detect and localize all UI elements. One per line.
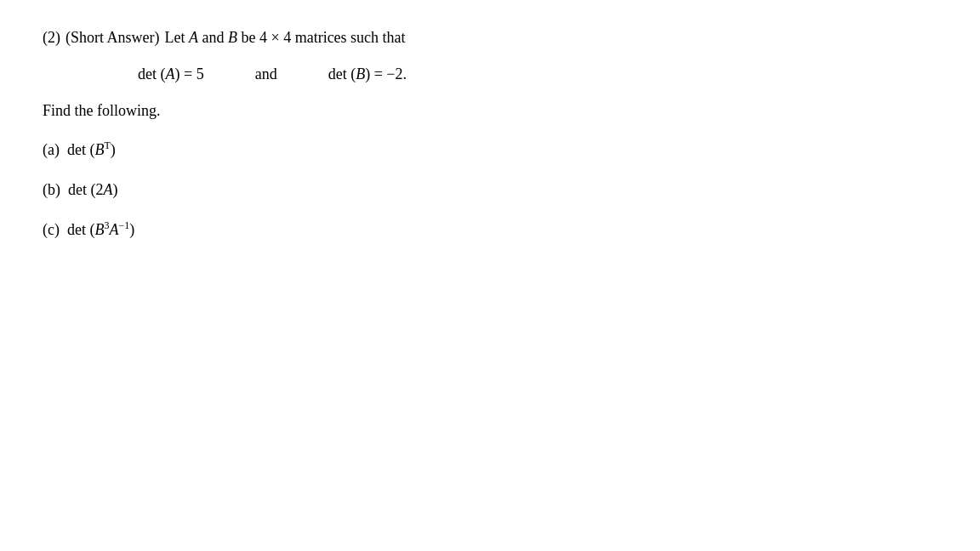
find-label: Find the following. (43, 99, 937, 123)
problem-type: (Short Answer) (66, 26, 160, 50)
part-c: (c) det (B3A−1) (43, 218, 937, 242)
det-a-expression: det (A) = 5 (138, 62, 204, 87)
page-content: (2) (Short Answer) Let A and B be 4 × 4 … (0, 0, 980, 268)
part-a-label: (a) (43, 141, 60, 158)
det-b-expression: det (B) = −2. (328, 62, 407, 87)
determinant-line: det (A) = 5 and det (B) = −2. (94, 62, 451, 87)
problem-header: (2) (Short Answer) Let A and B be 4 × 4 … (43, 26, 937, 50)
part-b-label: (b) (43, 181, 60, 198)
part-c-label: (c) (43, 221, 60, 238)
part-a: (a) det (BT) (43, 138, 937, 162)
problem-intro: Let A and B be 4 × 4 matrices such that (165, 26, 406, 50)
part-b: (b) det (2A) (43, 178, 937, 202)
conjunction: and (255, 62, 277, 87)
problem-number: (2) (43, 26, 60, 50)
